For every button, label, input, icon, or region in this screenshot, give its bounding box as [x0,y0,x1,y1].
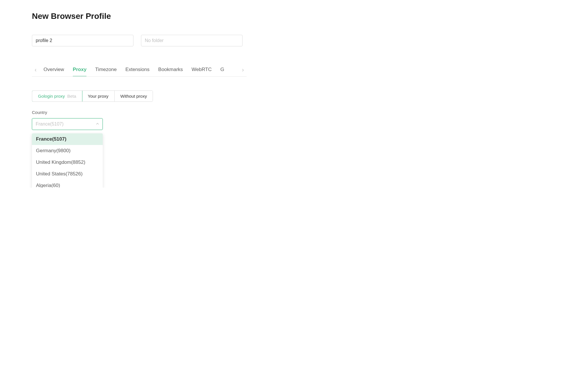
country-select-value: France(5107) [36,121,64,127]
country-option-algeria[interactable]: Algeria(60) [32,180,103,188]
folder-input[interactable] [141,35,243,46]
tab-overflow[interactable]: G [221,64,224,76]
country-option-uk[interactable]: United Kingdom(8852) [32,157,103,168]
country-field-label: Country [32,110,548,115]
tab-overview[interactable]: Overview [44,64,64,76]
proxy-mode-without-label: Without proxy [120,94,147,99]
proxy-mode-gologin-label: Gologin proxy [38,94,65,99]
proxy-mode-your[interactable]: Your proxy [82,91,115,101]
tab-timezone[interactable]: Timezone [95,64,117,76]
page-title: New Browser Profile [32,12,548,21]
proxy-type-wrapper: Data Center [32,165,548,176]
proxy-mode-gologin-badge: Beta [67,94,76,99]
country-option-germany[interactable]: Germany(9800) [32,145,103,157]
profile-name-input[interactable] [32,35,133,46]
tabs-scroll-left-icon[interactable] [32,68,39,72]
tabs-scroll-right-icon[interactable] [239,68,247,72]
country-select-wrapper: France(5107) France(5107) Germany(9800) … [32,118,103,130]
profile-inputs-row [32,35,548,46]
tabs-container: Overview Proxy Timezone Extensions Bookm… [32,64,247,77]
tab-webrtc[interactable]: WebRTC [191,64,212,76]
tab-proxy[interactable]: Proxy [73,64,86,76]
proxy-mode-segmented: Gologin proxy Beta Your proxy Without pr… [32,90,153,102]
tab-extensions[interactable]: Extensions [125,64,149,76]
country-select[interactable]: France(5107) [32,118,103,130]
proxy-mode-your-label: Your proxy [88,94,109,99]
proxy-mode-gologin[interactable]: Gologin proxy Beta [32,90,82,102]
proxy-mode-without[interactable]: Without proxy [115,91,153,101]
country-dropdown: France(5107) Germany(9800) United Kingdo… [32,133,103,188]
tabs: Overview Proxy Timezone Extensions Bookm… [44,64,224,76]
tab-bookmarks[interactable]: Bookmarks [158,64,183,76]
country-option-france[interactable]: France(5107) [32,133,103,145]
country-option-us[interactable]: United States(78526) [32,168,103,180]
